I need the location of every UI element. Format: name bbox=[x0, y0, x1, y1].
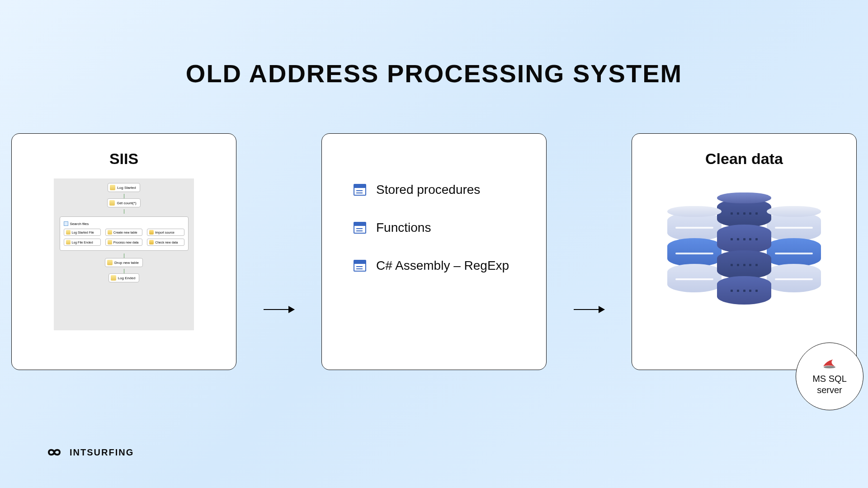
flow-label: Drop new table bbox=[114, 261, 139, 265]
sql-badge-label: MS SQL server bbox=[812, 373, 847, 396]
window-icon bbox=[354, 260, 366, 272]
svg-point-0 bbox=[824, 366, 835, 369]
task-icon bbox=[107, 260, 113, 265]
list-item: Stored procedures bbox=[354, 183, 533, 197]
db-cylinder bbox=[717, 192, 771, 305]
flow-label: Import source bbox=[155, 231, 175, 234]
list-item-label: Functions bbox=[376, 221, 431, 235]
arrow-icon bbox=[574, 309, 604, 310]
diagram-row: SIIS Log Started Get count(*) Search fil… bbox=[0, 133, 868, 370]
list-item: Functions bbox=[354, 221, 533, 235]
sql-server-icon bbox=[821, 357, 838, 370]
task-icon bbox=[109, 200, 115, 206]
flow-node: Process new data bbox=[105, 239, 142, 246]
connector bbox=[124, 209, 124, 214]
task-icon bbox=[108, 230, 112, 235]
db-cylinder bbox=[767, 206, 821, 292]
card-clean-title: Clean data bbox=[646, 150, 843, 168]
flow-label: Log File Ended bbox=[72, 241, 93, 244]
window-icon bbox=[354, 222, 366, 234]
db-cylinder bbox=[667, 206, 722, 292]
flow-node: Drop new table bbox=[105, 258, 143, 267]
card-siis-title: SIIS bbox=[25, 150, 222, 168]
page-title: OLD ADDRESS PROCESSING SYSTEM bbox=[0, 59, 868, 88]
flow-node: Create new table bbox=[105, 229, 142, 236]
flow-group-title: Search files bbox=[64, 221, 184, 226]
flow-label: Get count(*) bbox=[117, 201, 136, 205]
sql-server-badge: MS SQL server bbox=[796, 343, 863, 410]
connector bbox=[124, 253, 124, 258]
list-item-label: Stored procedures bbox=[376, 183, 480, 197]
flow-label: Process new data bbox=[113, 241, 139, 244]
flow-label: Check new data bbox=[155, 241, 178, 244]
task-icon bbox=[66, 240, 71, 244]
task-icon bbox=[111, 275, 116, 281]
flow-node: Log File Ended bbox=[64, 239, 101, 246]
card-siis: SIIS Log Started Get count(*) Search fil… bbox=[11, 133, 236, 370]
flow-node: Import source bbox=[147, 229, 184, 236]
flow-node: Check new data bbox=[147, 239, 184, 246]
task-icon bbox=[110, 185, 115, 190]
card-clean-data: Clean data bbox=[632, 133, 857, 370]
flow-node: Get count(*) bbox=[107, 198, 140, 207]
flow-label: Create new table bbox=[113, 231, 137, 234]
list-item: C# Assembly – RegExp bbox=[354, 258, 533, 273]
brand-logo: INTSURFING bbox=[44, 446, 134, 458]
flow-node: Log Started bbox=[108, 183, 140, 192]
task-icon bbox=[66, 230, 71, 235]
flow-group-label: Search files bbox=[70, 222, 89, 226]
window-icon bbox=[354, 184, 366, 196]
flow-node: Log Ended bbox=[108, 273, 140, 282]
task-icon bbox=[149, 240, 154, 244]
processing-list: Stored procedures Functions C# Assembly … bbox=[335, 183, 533, 273]
connector bbox=[124, 269, 124, 273]
siis-flowchart: Log Started Get count(*) Search files Lo… bbox=[54, 178, 194, 330]
flow-label: Log Ended bbox=[118, 276, 136, 280]
task-icon bbox=[108, 240, 112, 244]
flow-label: Log Started File bbox=[72, 231, 94, 234]
database-illustration bbox=[646, 186, 843, 312]
list-item-label: C# Assembly – RegExp bbox=[376, 258, 509, 273]
flow-group: Search files Log Started File Create new… bbox=[60, 216, 189, 251]
flow-node: Log Started File bbox=[64, 229, 101, 236]
flow-label: Log Started bbox=[117, 186, 136, 190]
infinity-icon bbox=[44, 446, 64, 458]
task-icon bbox=[149, 230, 154, 235]
brand-name: INTSURFING bbox=[70, 447, 134, 458]
container-icon bbox=[64, 221, 68, 226]
arrow-icon bbox=[264, 309, 294, 310]
card-processing: Stored procedures Functions C# Assembly … bbox=[321, 133, 547, 370]
connector bbox=[124, 194, 124, 198]
